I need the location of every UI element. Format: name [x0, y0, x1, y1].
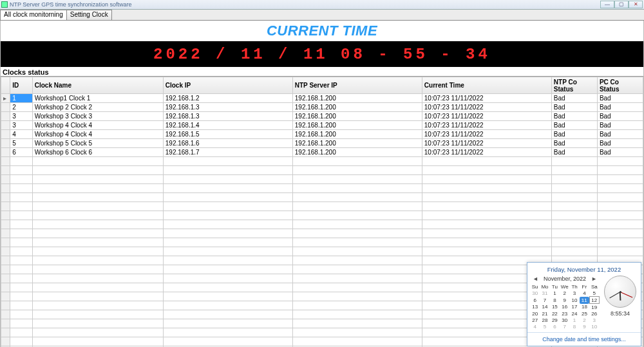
maximize-button[interactable]: ▢ [614, 1, 629, 8]
cell-ntp[interactable]: 192.168.1.200 [292, 103, 422, 112]
cell-pcco[interactable]: Bad [597, 94, 643, 103]
cell-name[interactable]: Workshop 5 Clock 5 [32, 139, 163, 148]
calendar-day[interactable]: 27 [530, 317, 540, 323]
table-row[interactable]: 3Workshop 3 Clock 3192.168.1.3192.168.1.… [1, 112, 643, 121]
cell-ip[interactable]: 192.168.1.7 [163, 148, 292, 157]
table-row[interactable]: 6Workshop 6 Clock 6192.168.1.7192.168.1.… [1, 148, 643, 157]
cell-ntpco[interactable]: Bad [551, 112, 597, 121]
cell-ntpco[interactable]: Bad [551, 130, 597, 139]
calendar-day[interactable]: 7 [560, 323, 569, 330]
col-time[interactable]: Current Time [422, 77, 551, 94]
calendar-day[interactable]: 3 [569, 290, 579, 297]
table-row[interactable]: ▸1Workshop1 Clock 1192.168.1.2192.168.1.… [1, 94, 643, 103]
calendar-day[interactable]: 29 [550, 317, 560, 323]
cell-time[interactable]: 10:07:23 11/11/2022 [422, 94, 551, 103]
cell-ip[interactable]: 192.168.1.4 [163, 121, 292, 130]
cell-ntp[interactable]: 192.168.1.200 [292, 130, 422, 139]
table-row[interactable] [1, 166, 643, 175]
cell-ntpco[interactable]: Bad [551, 103, 597, 112]
cell-time[interactable]: 10:07:23 11/11/2022 [422, 103, 551, 112]
col-name[interactable]: Clock Name [32, 77, 163, 94]
calendar-day[interactable]: 6 [550, 323, 560, 330]
cell-ip[interactable]: 192.168.1.3 [163, 112, 292, 121]
calendar-day[interactable]: 15 [550, 304, 560, 311]
calendar[interactable]: ◄ November, 2022 ► SuMoTuWeThFrSa 303112… [530, 276, 600, 330]
calendar-day[interactable]: 7 [540, 297, 549, 304]
cell-pcco[interactable]: Bad [597, 121, 643, 130]
calendar-day[interactable]: 1 [550, 290, 560, 297]
calendar-day[interactable]: 4 [530, 323, 540, 330]
cell-name[interactable]: Workshop 3 Clock 3 [32, 112, 163, 121]
calendar-day[interactable]: 5 [540, 323, 549, 330]
table-row[interactable] [1, 193, 643, 202]
table-row[interactable] [1, 175, 643, 184]
calendar-day[interactable]: 11 [580, 297, 589, 304]
col-ntpco[interactable]: NTP CoStatus [551, 77, 597, 94]
calendar-day[interactable]: 13 [530, 304, 540, 311]
cell-id[interactable]: 1 [10, 94, 33, 103]
cell-name[interactable]: Workshop 4 Clock 4 [32, 121, 163, 130]
cell-ip[interactable]: 192.168.1.5 [163, 130, 292, 139]
calendar-day[interactable]: 16 [560, 304, 569, 311]
cell-ip[interactable]: 192.168.1.2 [163, 94, 292, 103]
calendar-day[interactable]: 26 [589, 310, 599, 317]
calendar-day[interactable]: 8 [569, 323, 579, 330]
calendar-day[interactable]: 4 [580, 290, 589, 297]
calendar-day[interactable]: 22 [550, 310, 560, 317]
calendar-day[interactable]: 8 [550, 297, 560, 304]
datetime-popup[interactable]: Friday, November 11, 2022 ◄ November, 20… [527, 262, 641, 346]
cell-ntp[interactable]: 192.168.1.200 [292, 139, 422, 148]
cell-time[interactable]: 10:07:23 11/11/2022 [422, 139, 551, 148]
calendar-day[interactable]: 1 [569, 317, 579, 323]
calendar-day[interactable]: 14 [540, 304, 549, 311]
calendar-day[interactable]: 5 [589, 290, 599, 297]
cell-name[interactable]: Workshop 2 Clock 2 [32, 103, 163, 112]
cell-id[interactable]: 4 [10, 130, 33, 139]
calendar-day[interactable]: 12 [589, 297, 599, 304]
cell-ntp[interactable]: 192.168.1.200 [292, 121, 422, 130]
cell-pcco[interactable]: Bad [597, 148, 643, 157]
cell-id[interactable]: 3 [10, 121, 33, 130]
calendar-day[interactable]: 23 [560, 310, 569, 317]
calendar-day[interactable]: 21 [540, 310, 549, 317]
cell-pcco[interactable]: Bad [597, 130, 643, 139]
cell-id[interactable]: 5 [10, 139, 33, 148]
tab-monitor[interactable]: All clock monitorning [0, 10, 67, 20]
calendar-day[interactable]: 31 [540, 290, 549, 297]
cell-name[interactable]: Workshop1 Clock 1 [32, 94, 163, 103]
calendar-day[interactable]: 24 [569, 310, 579, 317]
calendar-day[interactable]: 9 [580, 323, 589, 330]
col-id[interactable]: ID [10, 77, 33, 94]
table-row[interactable] [1, 184, 643, 193]
calendar-day[interactable]: 6 [530, 297, 540, 304]
calendar-day[interactable]: 19 [589, 304, 599, 311]
cell-ntp[interactable]: 192.168.1.200 [292, 112, 422, 121]
table-row[interactable]: 4Workshop 4 Clock 4192.168.1.5192.168.1.… [1, 130, 643, 139]
cell-name[interactable]: Workshop 6 Clock 6 [32, 148, 163, 157]
table-row[interactable]: 2Workshop 2 Clock 2192.168.1.3192.168.1.… [1, 103, 643, 112]
change-datetime-link[interactable]: Change date and time settings... [542, 336, 626, 342]
cell-id[interactable]: 3 [10, 112, 33, 121]
cell-time[interactable]: 10:07:23 11/11/2022 [422, 112, 551, 121]
cell-ntp[interactable]: 192.168.1.200 [292, 148, 422, 157]
table-row[interactable] [1, 202, 643, 211]
cell-ip[interactable]: 192.168.1.3 [163, 103, 292, 112]
cell-name[interactable]: Workshop 4 Clock 4 [32, 130, 163, 139]
calendar-day[interactable]: 9 [560, 297, 569, 304]
cell-id[interactable]: 6 [10, 148, 33, 157]
calendar-grid[interactable]: SuMoTuWeThFrSa 3031123456789101112131415… [530, 283, 600, 330]
cell-ntpco[interactable]: Bad [551, 139, 597, 148]
calendar-day[interactable]: 18 [580, 304, 589, 311]
cell-ntpco[interactable]: Bad [551, 121, 597, 130]
cell-ntpco[interactable]: Bad [551, 148, 597, 157]
minimize-button[interactable]: — [600, 1, 614, 8]
table-row[interactable]: 3Workshop 4 Clock 4192.168.1.4192.168.1.… [1, 121, 643, 130]
cell-id[interactable]: 2 [10, 103, 33, 112]
cell-pcco[interactable]: Bad [597, 103, 643, 112]
calendar-day[interactable]: 17 [569, 304, 579, 311]
calendar-day[interactable]: 2 [580, 317, 589, 323]
cell-pcco[interactable]: Bad [597, 139, 643, 148]
table-row[interactable] [1, 220, 643, 229]
table-row[interactable] [1, 229, 643, 238]
calendar-day[interactable]: 30 [530, 290, 540, 297]
